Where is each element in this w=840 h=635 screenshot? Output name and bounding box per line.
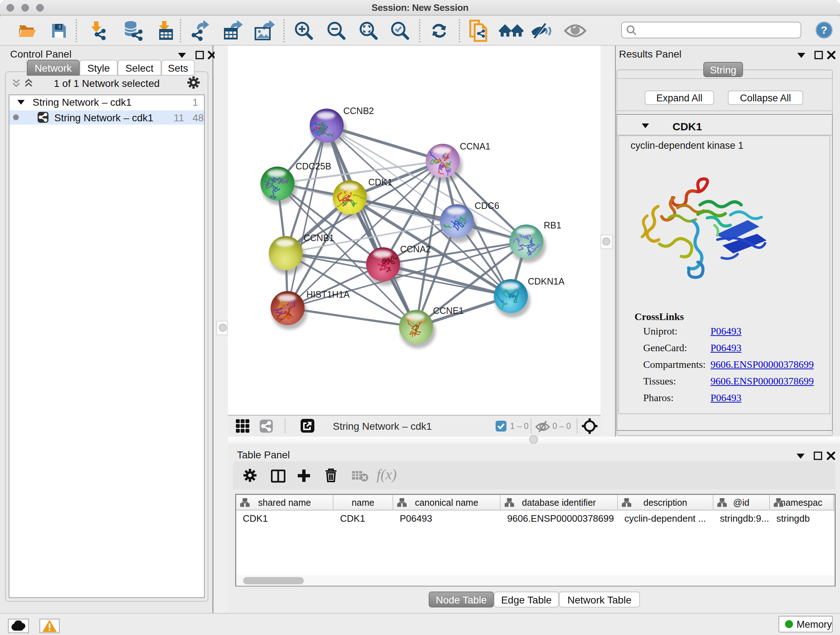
svg-text:RB1: RB1 bbox=[544, 220, 561, 230]
svg-text:HIST1H1A: HIST1H1A bbox=[306, 289, 350, 299]
svg-text:CCNE1: CCNE1 bbox=[433, 306, 464, 316]
svg-text:CCNA2: CCNA2 bbox=[400, 244, 431, 254]
svg-text:CDC25B: CDC25B bbox=[295, 161, 332, 171]
svg-text:CDK1: CDK1 bbox=[368, 177, 393, 187]
svg-text:CCNB1: CCNB1 bbox=[303, 233, 334, 243]
svg-text:CDC6: CDC6 bbox=[475, 201, 499, 211]
svg-text:CCNA1: CCNA1 bbox=[460, 141, 491, 151]
svg-text:CCNB2: CCNB2 bbox=[343, 106, 374, 116]
svg-text:CDKN1A: CDKN1A bbox=[528, 276, 565, 287]
svg-text:?: ? bbox=[821, 24, 827, 36]
